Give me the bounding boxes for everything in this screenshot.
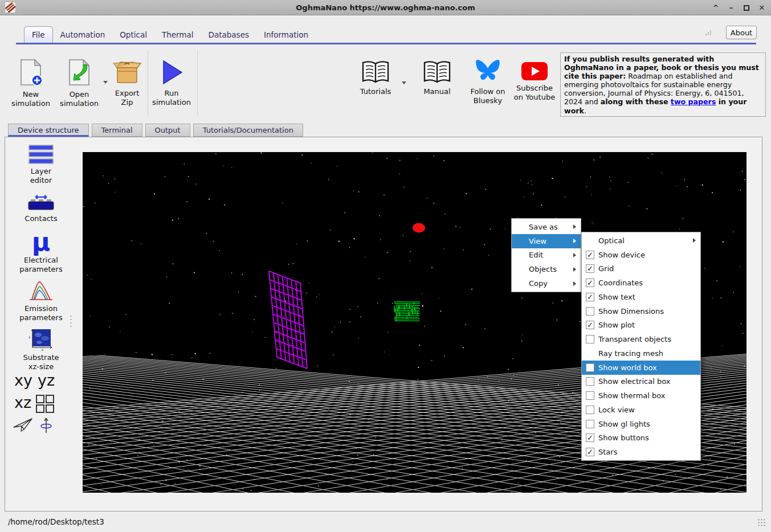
view-submenu-item[interactable]: Show device (582, 248, 700, 262)
checkbox (586, 391, 594, 400)
run-simulation-label: Run simulation (152, 89, 191, 107)
svg-text:x: x (28, 335, 31, 339)
run-simulation-button[interactable]: Run simulation (150, 59, 193, 107)
rotate-view-icon[interactable] (40, 416, 52, 434)
minimize-window-icon[interactable]: – (727, 3, 736, 13)
new-simulation-button[interactable]: New simulation (10, 59, 51, 108)
electrical-parameters-button[interactable]: μ Electrical parameters (8, 231, 74, 273)
ribbon-tab[interactable]: Databases (201, 27, 256, 43)
ribbon-tab[interactable]: Information (256, 27, 316, 43)
ribbon-tab[interactable]: Automation (53, 27, 113, 43)
sidebar-splitter-handle[interactable] (70, 314, 72, 329)
simulation-path: /home/rod/Desktop/test3 (8, 517, 104, 526)
submenu-arrow-icon (573, 281, 576, 286)
checkmark-icon (587, 265, 593, 272)
checkbox (586, 448, 594, 456)
toolbar-separator (197, 50, 198, 116)
view-submenu-item[interactable]: Ray tracing mesh (582, 346, 700, 361)
export-zip-button[interactable]: Export Zip (109, 59, 145, 107)
bluesky-label: Follow on Bluesky (470, 87, 505, 105)
layer-editor-button[interactable]: Layer editor (8, 144, 74, 185)
svg-text:z: z (42, 347, 43, 351)
tutorials-button[interactable]: Tutorials (353, 60, 398, 96)
close-window-icon[interactable]: ✕ (757, 3, 766, 13)
status-bar: /home/rod/Desktop/test3 (0, 511, 771, 532)
emission-parameters-button[interactable]: Emission parameters (8, 280, 74, 322)
titlebar[interactable]: OghmaNano https://www.oghma-nano.com ^ –… (0, 0, 771, 15)
checkbox (586, 363, 594, 372)
contacts-icon (27, 194, 55, 212)
checkbox (586, 251, 594, 259)
view-submenu-item[interactable]: Show buttons (582, 431, 700, 445)
checkmark-icon (587, 321, 593, 329)
document-tab[interactable]: Device structure (8, 124, 89, 137)
view-submenu-item[interactable]: Show electrical box (582, 375, 700, 389)
export-zip-label: Export Zip (115, 89, 140, 107)
view-yz-button[interactable]: yz (38, 371, 55, 389)
checkmark-icon (587, 279, 593, 287)
ribbon-tab[interactable]: File (24, 26, 53, 43)
two-papers-link[interactable]: two papers (671, 97, 716, 106)
tutorials-label: Tutorials (360, 87, 391, 96)
context-menu-item[interactable]: View (512, 234, 581, 248)
document-tab[interactable]: Output (145, 124, 190, 137)
view-submenu-item[interactable]: Show gl lights (582, 417, 700, 431)
contacts-button[interactable]: Contacts (8, 194, 74, 223)
view-submenu-item[interactable]: Transparent objects (582, 332, 700, 346)
context-menu-item[interactable]: Edit (512, 248, 581, 263)
open-simulation-button[interactable]: Open simulation (57, 59, 101, 108)
shade-window-icon[interactable]: ^ (711, 3, 720, 13)
context-menu-item[interactable]: Objects (512, 262, 581, 276)
ribbon-tab[interactable]: Optical (112, 27, 154, 43)
checkbox (586, 433, 594, 442)
tutorials-dropdown-icon[interactable] (402, 81, 406, 84)
four-pane-grid-icon[interactable] (35, 394, 55, 414)
view-submenu-item[interactable]: Show world box (582, 361, 700, 375)
checkmark-icon (587, 293, 593, 301)
fly-view-icon[interactable] (13, 417, 34, 433)
youtube-icon (521, 62, 548, 81)
substrate-xz-size-button[interactable]: x z Substrate xz-size (8, 328, 74, 371)
view-submenu-item[interactable]: Show plot (582, 318, 700, 333)
submenu-arrow-icon (573, 267, 576, 272)
view-submenu-item[interactable]: Grid (582, 262, 700, 276)
layers-icon (28, 144, 54, 165)
ribbon-tab[interactable]: Thermal (154, 27, 201, 43)
contacts-label: Contacts (25, 214, 57, 223)
citation-period: . (584, 107, 586, 115)
checkbox (586, 321, 594, 329)
context-menu-item[interactable]: Copy (512, 276, 581, 290)
youtube-button[interactable]: Subscribe on Youtube (512, 62, 557, 101)
maximize-window-icon[interactable] (742, 3, 751, 13)
manual-button[interactable]: Manual (418, 60, 456, 96)
context-menu-item[interactable]: Save as (512, 220, 581, 234)
ribbon-accent-line (16, 43, 756, 44)
resize-grip[interactable] (757, 518, 766, 527)
app-logo-icon (5, 2, 16, 13)
open-dropdown-icon[interactable] (103, 81, 108, 84)
view-submenu-item[interactable]: Show thermal box (582, 388, 700, 403)
new-document-icon (18, 59, 44, 87)
document-tab[interactable]: Terminal (92, 124, 142, 137)
bluesky-button[interactable]: Follow on Bluesky (466, 58, 509, 105)
view-submenu-item[interactable]: Optical (582, 234, 700, 248)
checkbox (586, 335, 594, 343)
view-submenu-item[interactable]: Lock view (582, 403, 700, 417)
signal-bars-icon (705, 30, 712, 35)
citation-panel: If you publish results generated with Og… (560, 52, 766, 117)
open-book-icon (422, 60, 452, 84)
checkbox (586, 264, 594, 273)
about-button[interactable]: About (726, 26, 757, 39)
document-tab[interactable]: Tutorials/Documentation (193, 124, 303, 137)
view-submenu-item[interactable]: Coordinates (582, 276, 700, 290)
view-xy-button[interactable]: xy (14, 371, 32, 389)
view-submenu-item[interactable]: Stars (582, 445, 700, 459)
view-submenu-item[interactable]: Show text (582, 290, 700, 304)
submenu-arrow-icon (693, 238, 696, 243)
substrate-image-icon: x z (28, 328, 54, 351)
open-book-icon (360, 60, 391, 84)
submenu-arrow-icon (573, 253, 576, 257)
view-submenu-item[interactable]: Show Dimensions (582, 304, 700, 318)
view-xz-button[interactable]: xz (14, 394, 31, 411)
emission-parameters-label: Emission parameters (19, 304, 62, 322)
